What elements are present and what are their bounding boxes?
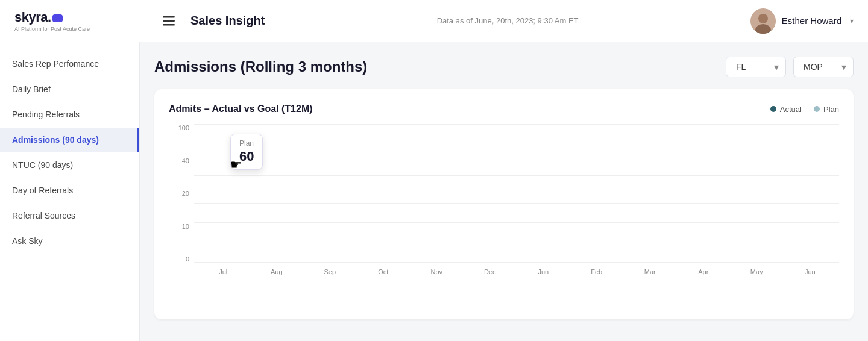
legend-actual: Actual [770,105,802,114]
avatar [750,8,776,34]
data-timestamp: Data as of June, 20th, 2023; 9:30 Am ET [265,16,750,25]
chevron-down-icon: ▾ [850,17,854,25]
bars-wrapper: JulAugSepOctNovDecJunFebMarAprMayJun Pla… [194,124,839,281]
main-content: Admissions (Rolling 3 months) FLTXCANY M… [140,42,868,341]
x-label-5: Dec [464,268,517,275]
y-label-20: 20 [182,190,189,197]
x-label-1: Aug [250,268,304,275]
sidebar-item-sales-rep[interactable]: Sales Rep Perfomance [0,52,139,76]
y-label-100: 100 [178,124,189,131]
plan-dot [814,106,820,112]
x-label-10: May [730,268,784,275]
x-label-7: Feb [570,268,624,275]
header-center: Data as of June, 20th, 2023; 9:30 Am ET [265,16,750,25]
filters: FLTXCANY MOPSNFALF [726,57,854,77]
menu-icon[interactable] [158,10,180,32]
page-header: Admissions (Rolling 3 months) FLTXCANY M… [154,57,854,77]
x-label-0: Jul [197,268,250,275]
logo-box: skyra.AI AI Platform for Post Acute Care [14,10,90,32]
svg-point-4 [758,14,768,23]
sidebar-item-referral-sources[interactable]: Referral Sources [0,204,139,228]
sidebar-item-ntuc[interactable]: NTUC (90 days) [0,153,139,177]
region-filter[interactable]: FLTXCANY [726,57,786,77]
sidebar-item-admissions[interactable]: Admissions (90 days) [0,128,139,152]
chart-title: Admits – Actual vs Goal (T12M) [169,104,313,114]
region-filter-wrapper: FLTXCANY [726,57,786,77]
svg-rect-0 [163,16,175,18]
sidebar-item-pending-referrals[interactable]: Pending Referrals [0,102,139,127]
bars-container [194,124,839,263]
x-label-11: Jun [784,268,837,275]
type-filter[interactable]: MOPSNFALF [793,57,854,77]
x-label-8: Mar [623,268,677,275]
y-label-0: 0 [186,255,189,263]
y-label-10: 10 [182,223,189,230]
x-axis: JulAugSepOctNovDecJunFebMarAprMayJun [194,263,839,281]
chart-legend: Actual Plan [770,105,839,114]
page-title: Sales Insight [190,14,265,28]
logo-subtitle: AI Platform for Post Acute Care [14,26,90,32]
logo-ai-badge: AI [52,14,63,22]
legend-plan: Plan [814,105,839,114]
app-body: Sales Rep PerfomanceDaily BriefPending R… [0,42,868,341]
plan-label: Plan [823,105,839,114]
chart-card: Admits – Actual vs Goal (T12M) Actual Pl… [154,89,854,319]
x-label-2: Sep [303,268,357,275]
x-label-3: Oct [357,268,410,275]
actual-label: Actual [780,105,802,114]
sidebar-item-ask-sky[interactable]: Ask Sky [0,229,139,253]
page-heading: Admissions (Rolling 3 months) [154,58,367,75]
nav-header: Sales Insight [153,10,265,32]
chart-header: Admits – Actual vs Goal (T12M) Actual Pl… [169,104,839,114]
x-label-9: Apr [677,268,731,275]
sidebar-item-day-referrals[interactable]: Day of Referrals [0,178,139,202]
header: skyra.AI AI Platform for Post Acute Care… [0,0,868,42]
x-label-4: Nov [410,268,464,275]
type-filter-wrapper: MOPSNFALF [793,57,854,77]
logo: skyra.AI [14,10,90,25]
sidebar: Sales Rep PerfomanceDaily BriefPending R… [0,42,140,341]
actual-dot [770,106,776,112]
svg-rect-1 [163,20,175,22]
sidebar-item-daily-brief[interactable]: Daily Brief [0,77,139,101]
user-menu[interactable]: Esther Howard ▾ [750,8,854,34]
svg-rect-2 [163,24,175,26]
x-label-6: Jun [517,268,570,275]
logo-area: skyra.AI AI Platform for Post Acute Care [14,10,153,32]
y-label-40: 40 [182,157,189,164]
chart-area: 100 40 20 10 0 [169,124,839,305]
user-name: Esther Howard [782,16,841,26]
